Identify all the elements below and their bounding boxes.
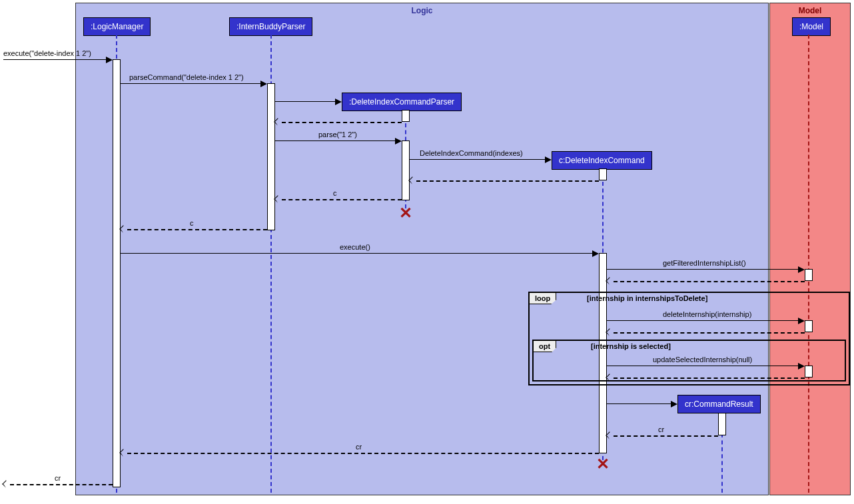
model-activation-1 [805, 269, 813, 281]
label-execute-cmd: execute("delete-index 1 2") [3, 49, 91, 57]
loop-guard: [internship in internshipsToDelete] [587, 294, 707, 302]
delete-index-command-activation-1 [599, 168, 607, 180]
label-return-cr3: cr [55, 474, 61, 482]
label-new-dic: DeleteIndexCommand(indexes) [420, 149, 523, 157]
model-region: Model [769, 3, 851, 495]
opt-label-box: opt [534, 341, 556, 352]
loop-label-box: loop [530, 293, 556, 304]
label-return-cr1: cr [658, 425, 664, 433]
opt-guard: [internship is selected] [591, 342, 671, 350]
command-result-activation [718, 413, 726, 435]
model-region-title: Model [799, 6, 822, 15]
delete-index-parser-activation-1 [402, 110, 410, 122]
intern-buddy-parser-activation [267, 83, 275, 230]
label-execute-empty: execute() [340, 243, 370, 251]
label-parse-command: parseCommand("delete-index 1 2") [129, 73, 244, 81]
model-participant: :Model [792, 17, 831, 36]
delete-index-command-destroy: ✕ [596, 455, 610, 473]
intern-buddy-parser-participant: :InternBuddyParser [229, 17, 312, 36]
logic-region-title: Logic [412, 6, 433, 15]
delete-index-parser-activation-2 [402, 140, 410, 200]
label-update-selected: updateSelectedInternship(null) [653, 356, 752, 364]
label-parse-args: parse("1 2") [318, 130, 357, 138]
label-return-cr2: cr [356, 443, 362, 451]
logic-manager-activation [113, 59, 121, 487]
label-return-c2: c [190, 219, 194, 227]
label-get-filtered: getFilteredInternshipList() [663, 259, 746, 267]
label-delete-internship: deleteInternship(internship) [663, 310, 751, 318]
delete-index-parser-participant: :DeleteIndexCommandParser [342, 93, 462, 111]
logic-manager-participant: :LogicManager [83, 17, 151, 36]
model-lifeline [808, 35, 809, 493]
command-result-participant: cr:CommandResult [677, 395, 761, 413]
delete-index-command-participant: c:DeleteIndexCommand [552, 151, 652, 170]
delete-index-parser-destroy: ✕ [399, 204, 412, 222]
label-return-c1: c [333, 189, 337, 197]
